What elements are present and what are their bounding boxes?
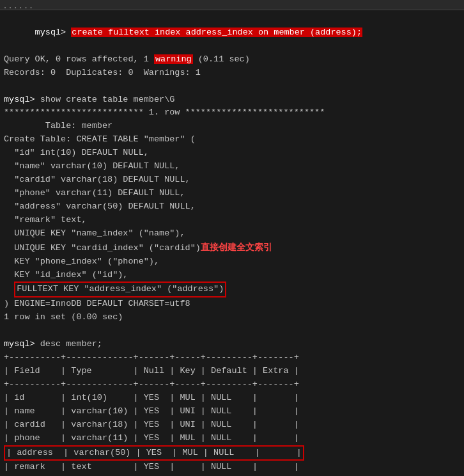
prompt-3: mysql> (4, 339, 40, 349)
row-cardid: | cardid | varchar(18) | YES | UNI | NUL… (4, 418, 460, 432)
field-id: "id" int(10) DEFAULT NULL, (4, 147, 460, 160)
records-text: Records: 0 Duplicates: 0 Warnings: 1 (4, 68, 201, 77)
annotation-text: 直接创建全文索引 (201, 242, 272, 252)
engine-line: ) ENGINE=InnoDB DEFAULT CHARSET=utf8 (4, 298, 460, 311)
create-table-start: Create Table: CREATE TABLE "member" ( (4, 133, 460, 147)
key-name: UNIQUE KEY "name_index" ("name"), (4, 227, 460, 241)
prompt-2: mysql> (4, 95, 40, 104)
field-remark: "remark" text, (4, 214, 460, 227)
blank-line-1 (4, 80, 460, 93)
cmd-create-fulltext: mysql> create fulltext index address_ind… (4, 13, 460, 53)
terminal-content: mysql> create fulltext index address_ind… (0, 10, 464, 476)
query-ok-line: Query OK, 0 rows affected, 1 warning (0.… (4, 53, 460, 67)
table-border-sep: +----------+-------------+------+-----+-… (4, 378, 460, 392)
row-phone: | phone | varchar(11) | YES | MUL | NULL… (4, 432, 460, 445)
table-label: Table: member (4, 120, 460, 133)
table-header-row: | Field | Type | Null | Key | Default | … (4, 365, 460, 378)
cmd-show-text: show create table member\G (40, 95, 175, 104)
row-address-box: | address | varchar(50) | YES | MUL | NU… (4, 445, 304, 461)
field-name: "name" varchar(10) DEFAULT NULL, (4, 160, 460, 173)
scroll-hint-bar: ...... (0, 0, 464, 10)
cmd-text-highlighted: create fulltext index address_index on m… (71, 28, 362, 37)
terminal-window: ...... mysql> create fulltext index addr… (0, 0, 464, 476)
key-phone: KEY "phone_index" ("phone"), (4, 255, 460, 269)
table-border-top: +----------+-------------+------+-----+-… (4, 351, 460, 365)
key-fulltext-line: FULLTEXT KEY "address_index" ("address") (4, 282, 460, 298)
prompt-symbol: mysql> (35, 28, 72, 37)
stars-row: *************************** 1. row *****… (4, 106, 460, 120)
remark-text-cell: text (71, 462, 91, 472)
fulltext-indent (4, 283, 14, 296)
key-id: KEY "id_index" ("id"), (4, 269, 460, 282)
cmd-desc-text: desc member; (40, 339, 102, 349)
key-cardid-text: UNIQUE KEY "cardid_index" ("cardid") (4, 243, 201, 253)
warning-badge: warning (154, 54, 193, 64)
row-in-set: 1 row in set (0.00 sec) (4, 311, 460, 324)
query-ok-text: Query OK, 0 rows affected, 1 (4, 54, 154, 64)
row-remark: | remark | text | YES | | NULL | | (4, 461, 460, 474)
key-cardid-line: UNIQUE KEY "cardid_index" ("cardid")直接创建… (4, 241, 460, 255)
cmd-desc: mysql> desc member; (4, 338, 460, 351)
row-name: | name | varchar(10) | YES | UNI | NULL … (4, 405, 460, 418)
row-id: | id | int(10) | YES | MUL | NULL | | (4, 392, 460, 405)
query-ok-suffix: (0.11 sec) (193, 54, 250, 64)
field-phone: "phone" varchar(11) DEFAULT NULL, (4, 187, 460, 200)
field-address: "address" varchar(50) DEFAULT NULL, (4, 200, 460, 214)
scroll-hint-text: ...... (0, 1, 34, 11)
fulltext-key-box: FULLTEXT KEY "address_index" ("address") (14, 282, 226, 298)
row-address-line: | address | varchar(50) | YES | MUL | NU… (4, 445, 460, 461)
field-cardid: "cardid" varchar(18) DEFAULT NULL, (4, 173, 460, 187)
blank-line-2 (4, 324, 460, 338)
cmd-show-create: mysql> show create table member\G (4, 93, 460, 107)
records-line: Records: 0 Duplicates: 0 Warnings: 1 (4, 67, 460, 80)
